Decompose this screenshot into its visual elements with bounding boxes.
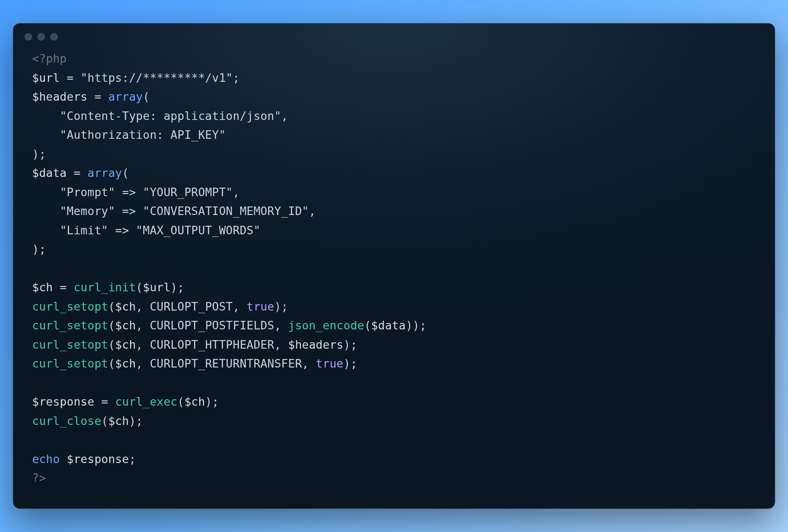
header-authorization: "Authorization: API_KEY" <box>60 128 226 141</box>
fn-json-encode: json_encode <box>288 319 364 332</box>
minimize-icon[interactable] <box>37 33 45 41</box>
fn-curl-init: curl_init <box>74 281 136 294</box>
bool-true: true <box>247 300 275 313</box>
url-string: "https://*********/v1" <box>81 71 233 84</box>
var-ch: $ch <box>32 281 53 294</box>
php-close-tag: ?> <box>32 471 46 484</box>
var-response: $response <box>32 395 94 408</box>
const-curlopt-postfields: CURLOPT_POSTFIELDS <box>150 319 275 332</box>
const-curlopt-post: CURLOPT_POST <box>150 300 233 313</box>
echo-keyword: echo <box>32 452 60 466</box>
val-prompt: "YOUR_PROMPT" <box>143 185 233 199</box>
key-limit: "Limit" <box>60 224 108 237</box>
code-editor[interactable]: <?php $url = "https://*********/v1"; $he… <box>13 43 775 508</box>
fn-curl-setopt: curl_setopt <box>32 357 108 370</box>
const-curlopt-returntransfer: CURLOPT_RETURNTRANSFER <box>150 357 302 370</box>
val-memory: "CONVERSATION_MEMORY_ID" <box>143 204 309 218</box>
bool-true: true <box>316 357 343 370</box>
val-limit: "MAX_OUTPUT_WORDS" <box>136 224 260 237</box>
close-icon[interactable] <box>24 33 32 41</box>
maximize-icon[interactable] <box>50 33 58 41</box>
window-titlebar <box>13 24 775 43</box>
key-memory: "Memory" <box>60 204 115 218</box>
php-open-tag: <?php <box>32 52 67 65</box>
array-keyword: array <box>87 166 122 179</box>
fn-curl-setopt: curl_setopt <box>32 300 108 313</box>
code-window: <?php $url = "https://*********/v1"; $he… <box>13 23 775 509</box>
header-content-type: "Content-Type: application/json" <box>60 109 281 123</box>
var-url: $url <box>32 71 60 84</box>
array-keyword: array <box>108 90 143 103</box>
const-curlopt-httpheader: CURLOPT_HTTPHEADER <box>150 338 275 351</box>
fn-curl-setopt: curl_setopt <box>32 319 108 332</box>
fn-curl-close: curl_close <box>32 414 101 427</box>
key-prompt: "Prompt" <box>60 185 115 199</box>
var-headers: $headers <box>32 90 87 103</box>
fn-curl-setopt: curl_setopt <box>32 338 108 351</box>
fn-curl-exec: curl_exec <box>115 395 177 408</box>
var-data: $data <box>32 166 67 179</box>
